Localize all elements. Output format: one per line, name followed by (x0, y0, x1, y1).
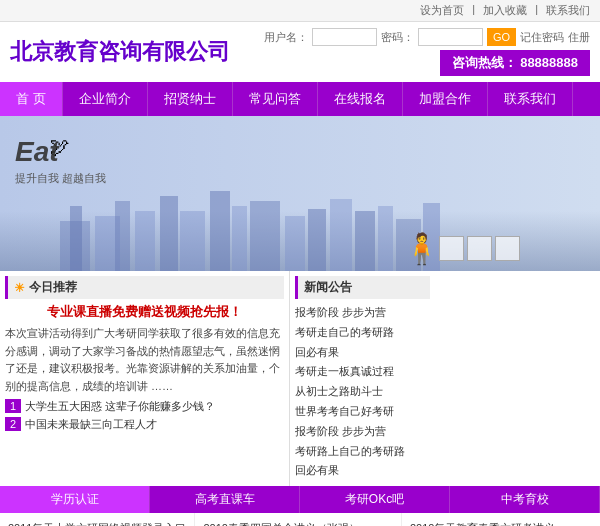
tab-zhongkao[interactable]: 中考育校 (450, 486, 600, 513)
news-title-bar: 新闻公告 (295, 276, 430, 299)
nav-faq[interactable]: 常见问答 (233, 82, 318, 116)
news-item-8[interactable]: 回必有果 (295, 461, 430, 481)
svg-rect-8 (232, 206, 247, 271)
news-item-2[interactable]: 回必有果 (295, 343, 430, 363)
username-input[interactable] (312, 28, 377, 46)
news-item-3[interactable]: 考研走一板真诚过程 (295, 362, 430, 382)
add-favorite-link[interactable]: 加入收藏 (483, 3, 527, 18)
links-col-2: 2010春季四国总合讲义（张强） 2010年月六研总网讲义（白了章） 2010每… (195, 513, 401, 526)
stay-label: 住册 (568, 30, 590, 45)
svg-rect-9 (250, 201, 280, 271)
tabs-row: 学历认证 高考直课车 考研OKc吧 中考育校 (0, 486, 600, 513)
set-homepage-link[interactable]: 设为首页 (420, 3, 464, 18)
link-col3-0[interactable]: 2010每天教育春季六研考讲义 (410, 518, 600, 526)
contact-link[interactable]: 联系我们 (546, 3, 590, 18)
today-rec-title: 今日推荐 (29, 279, 77, 296)
news-item-5[interactable]: 世界考考自己好考研 (295, 402, 430, 422)
remember-label: 记住密码 (520, 30, 564, 45)
top-bar: 设为首页 | 加入收藏 | 联系我们 (0, 0, 600, 22)
links-col-1: 2011每天大学六研网络视频登录入口 2010春季国建网班讯义（张强） 2010… (0, 513, 195, 526)
today-rec-intro: 本次宣讲活动得到广大考研同学获取了很多有效的信息充分感调，调动了大家学习备战的热… (5, 325, 284, 395)
banner-big-text: Eat (15, 136, 59, 168)
links-col-3: 2010每天教育春季六研考讲义 2011每天四研总新题、题目所讲义表 2010每… (402, 513, 600, 526)
header: 北京教育咨询有限公司 用户名： 密码： GO 记住密码 住册 咨询热线： 888… (0, 22, 600, 82)
nav-register[interactable]: 在线报名 (318, 82, 403, 116)
sun-icon: ☀ (14, 281, 25, 295)
news-item-1[interactable]: 考研走自己的考研路 (295, 323, 430, 343)
username-label: 用户名： (264, 30, 308, 45)
tab-kaoyan[interactable]: 考研OKc吧 (300, 486, 450, 513)
today-rec-item-2: 2 中国未来最缺三向工程人才 (5, 417, 284, 432)
news-item-6[interactable]: 报考阶段 步步为营 (295, 422, 430, 442)
news-item-0[interactable]: 报考阶段 步步为营 (295, 303, 430, 323)
nav-recruit[interactable]: 招贤纳士 (148, 82, 233, 116)
logo: 北京教育咨询有限公司 (10, 37, 230, 67)
banner: 🕊 Eat 提升自我 超越自我 🧍 (0, 116, 600, 271)
links-area: 2011每天大学六研网络视频登录入口 2010春季国建网班讯义（张强） 2010… (0, 513, 600, 526)
svg-rect-5 (160, 196, 178, 271)
today-recommendation: ☀ 今日推荐 专业课直播免费赠送视频抢先报！ 本次宣讲活动得到广大考研同学获取了… (0, 271, 290, 486)
cube-decoration (439, 236, 520, 261)
svg-rect-4 (135, 211, 155, 271)
nav-contact[interactable]: 联系我们 (488, 82, 573, 116)
today-rec-link-2[interactable]: 中国未来最缺三向工程人才 (25, 417, 157, 432)
hotline-number: 88888888 (520, 55, 578, 70)
city-svg (60, 181, 440, 271)
today-rec-link-1[interactable]: 大学生五大困惑 这辈子你能赚多少钱？ (25, 399, 215, 414)
login-bar: 用户名： 密码： GO 记住密码 住册 (264, 28, 590, 46)
nav-about[interactable]: 企业简介 (63, 82, 148, 116)
svg-rect-6 (180, 211, 205, 271)
news-title: 新闻公告 (304, 280, 352, 294)
hotline-label: 咨询热线： (452, 55, 517, 70)
svg-rect-7 (210, 191, 230, 271)
today-rec-red-title: 专业课直播免费赠送视频抢先报！ (5, 303, 284, 321)
nav-home[interactable]: 首 页 (0, 82, 63, 116)
today-rec-title-bar: ☀ 今日推荐 (5, 276, 284, 299)
header-right: 用户名： 密码： GO 记住密码 住册 咨询热线： 88888888 (264, 28, 590, 76)
svg-rect-1 (70, 206, 82, 271)
password-input[interactable] (418, 28, 483, 46)
link-col2-0[interactable]: 2010春季四国总合讲义（张强） (203, 518, 392, 526)
nav-partner[interactable]: 加盟合作 (403, 82, 488, 116)
hotline-bar: 咨询热线： 88888888 (440, 50, 590, 76)
news-item-7[interactable]: 考研路上自己的考研路 (295, 442, 430, 462)
news-panel: 新闻公告 报考阶段 步步为营 考研走自己的考研路 回必有果 考研走一板真诚过程 … (290, 271, 435, 486)
main-nav: 首 页 企业简介 招贤纳士 常见问答 在线报名 加盟合作 联系我们 (0, 82, 600, 116)
svg-rect-12 (330, 199, 352, 271)
person-decoration: 🧍 (403, 231, 440, 266)
item-num-2: 2 (5, 417, 21, 431)
news-item-4[interactable]: 从初士之路助斗士 (295, 382, 430, 402)
svg-rect-13 (355, 211, 375, 271)
svg-rect-3 (115, 201, 130, 271)
svg-rect-11 (308, 209, 326, 271)
tab-certification[interactable]: 学历认证 (0, 486, 150, 513)
main-content: ☀ 今日推荐 专业课直播免费赠送视频抢先报！ 本次宣讲活动得到广大考研同学获取了… (0, 271, 600, 486)
today-rec-item-1: 1 大学生五大困惑 这辈子你能赚多少钱？ (5, 399, 284, 414)
password-label: 密码： (381, 30, 414, 45)
svg-rect-14 (378, 206, 393, 271)
item-num-1: 1 (5, 399, 21, 413)
tab-gaokao[interactable]: 高考直课车 (150, 486, 300, 513)
login-button[interactable]: GO (487, 28, 516, 46)
svg-rect-10 (285, 216, 305, 271)
link-col1-0[interactable]: 2011每天大学六研网络视频登录入口 (8, 518, 186, 526)
